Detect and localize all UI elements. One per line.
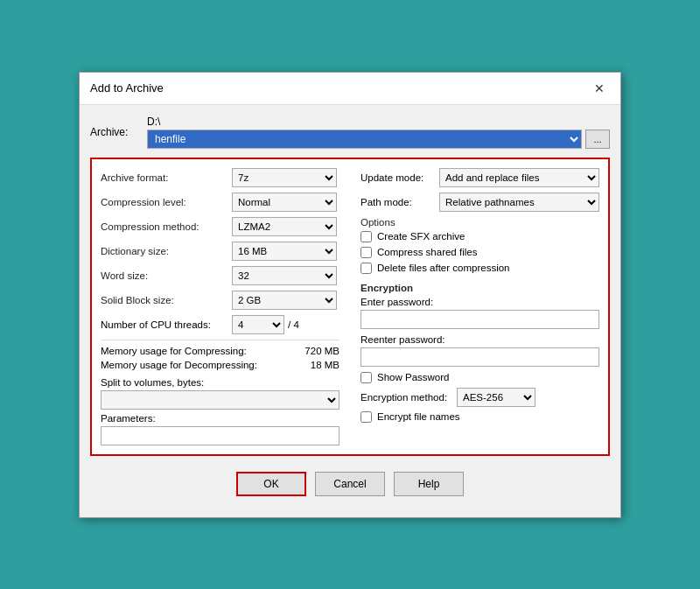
right-column: Update mode: Add and replace files Path … (350, 168, 599, 445)
help-button[interactable]: Help (394, 472, 464, 496)
cpu-threads-select[interactable]: 4 (232, 315, 284, 334)
word-size-select[interactable]: 32 (232, 266, 337, 285)
add-to-archive-dialog: Add to Archive ✕ Archive: D:\ henfile ..… (79, 72, 621, 518)
shared-label: Compress shared files (377, 247, 477, 257)
browse-button[interactable]: ... (585, 130, 610, 149)
enter-password-label: Enter password: (360, 297, 599, 307)
encrypt-names-label: Encrypt file names (377, 411, 460, 422)
enc-method-row: Encryption method: AES-256 (360, 388, 599, 407)
sfx-label: Create SFX archive (377, 231, 465, 242)
shared-checkbox-row: Compress shared files (360, 247, 599, 258)
shared-checkbox[interactable] (360, 247, 372, 258)
left-column: Archive format: 7z Compression level: No… (101, 168, 350, 445)
sfx-checkbox[interactable] (360, 231, 372, 242)
cancel-button[interactable]: Cancel (315, 472, 385, 496)
options-title: Options (360, 217, 599, 228)
path-mode-row: Path mode: Relative pathnames (360, 193, 599, 212)
archive-filename-select[interactable]: henfile (147, 130, 582, 149)
enc-method-select[interactable]: AES-256 (457, 388, 536, 407)
compression-level-label: Compression level: (101, 197, 232, 207)
mem-decompress-value: 18 MB (311, 360, 340, 370)
solid-block-row: Solid Block size: 2 GB (101, 291, 340, 310)
parameters-section: Parameters: (101, 413, 340, 445)
archive-format-label: Archive format: (101, 172, 232, 183)
word-size-label: Word size: (101, 270, 232, 281)
main-panel: Archive format: 7z Compression level: No… (90, 158, 610, 456)
encryption-section: Encryption Enter password: Reenter passw… (360, 283, 599, 423)
show-password-checkbox[interactable] (360, 372, 372, 383)
mem-compress-label: Memory usage for Compressing: (101, 346, 298, 356)
dictionary-size-select[interactable]: 16 MB (232, 242, 337, 261)
title-bar: Add to Archive ✕ (80, 73, 620, 105)
path-mode-select[interactable]: Relative pathnames (439, 193, 599, 212)
reenter-password-label: Reenter password: (360, 334, 599, 345)
sfx-checkbox-row: Create SFX archive (360, 231, 599, 242)
split-row: Split to volumes, bytes: (101, 377, 340, 410)
split-label: Split to volumes, bytes: (101, 377, 340, 388)
encrypt-names-row: Encrypt file names (360, 411, 599, 423)
encryption-title: Encryption (360, 283, 599, 293)
split-volumes-select[interactable] (101, 390, 340, 410)
delete-checkbox[interactable] (360, 263, 372, 274)
close-button[interactable]: ✕ (589, 80, 610, 97)
archive-format-row: Archive format: 7z (101, 168, 340, 187)
compression-level-row: Compression level: Normal (101, 193, 340, 212)
encrypt-names-checkbox[interactable] (360, 411, 372, 423)
delete-label: Delete files after compression (377, 263, 509, 273)
dialog-body: Archive: D:\ henfile ... Archive format: (80, 105, 620, 517)
solid-block-label: Solid Block size: (101, 295, 232, 305)
cpu-threads-label: Number of CPU threads: (101, 319, 232, 330)
archive-row: Archive: D:\ henfile ... (90, 116, 610, 149)
options-section: Options Create SFX archive Compress shar… (360, 217, 599, 274)
compression-method-select[interactable]: LZMA2 (232, 217, 337, 236)
update-mode-row: Update mode: Add and replace files (360, 168, 599, 187)
show-password-label: Show Password (377, 372, 449, 382)
word-size-row: Word size: 32 (101, 266, 340, 285)
dictionary-size-label: Dictionary size: (101, 246, 232, 256)
archive-path-text: D:\ (147, 116, 610, 128)
split-input-wrapper (101, 390, 340, 410)
mem-compress-value: 720 MB (304, 346, 340, 356)
solid-block-select[interactable]: 2 GB (232, 291, 337, 310)
update-mode-select[interactable]: Add and replace files (439, 168, 599, 187)
path-mode-label: Path mode: (360, 197, 439, 207)
params-input[interactable] (101, 426, 340, 445)
delete-checkbox-row: Delete files after compression (360, 263, 599, 274)
compression-level-select[interactable]: Normal (232, 193, 337, 212)
archive-input-row: henfile ... (147, 130, 610, 149)
compression-method-label: Compression method: (101, 221, 232, 232)
show-password-row: Show Password (360, 372, 599, 383)
mem-compress-row: Memory usage for Compressing: 720 MB (101, 346, 340, 356)
mem-decompress-row: Memory usage for Decompressing: 18 MB (101, 360, 340, 370)
params-label: Parameters: (101, 413, 340, 424)
cpu-threads-row: Number of CPU threads: 4 / 4 (101, 315, 340, 334)
cpu-threads-of: / 4 (288, 319, 299, 330)
update-mode-label: Update mode: (360, 172, 439, 183)
dictionary-size-row: Dictionary size: 16 MB (101, 242, 340, 261)
dialog-title: Add to Archive (90, 81, 164, 95)
archive-path-col: D:\ henfile ... (147, 116, 610, 149)
archive-label: Archive: (90, 126, 147, 138)
archive-format-select[interactable]: 7z (232, 168, 337, 187)
dialog-footer: OK Cancel Help (90, 465, 610, 507)
enc-method-label: Encryption method: (360, 392, 457, 403)
reenter-password-input[interactable] (360, 347, 599, 367)
enter-password-input[interactable] (360, 310, 599, 329)
compression-method-row: Compression method: LZMA2 (101, 217, 340, 236)
ok-button[interactable]: OK (236, 472, 306, 496)
mem-decompress-label: Memory usage for Decompressing: (101, 360, 304, 370)
